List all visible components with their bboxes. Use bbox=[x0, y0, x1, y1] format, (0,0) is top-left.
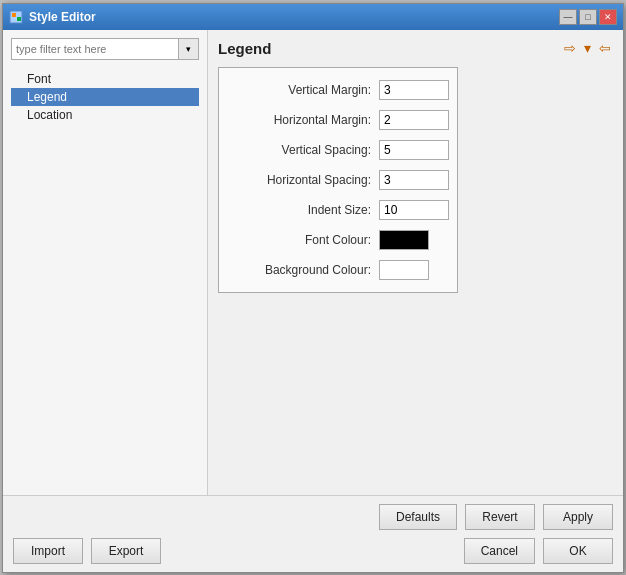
tree-item-location[interactable]: Location bbox=[11, 106, 199, 124]
content-area: ▾ Font Legend Location Legend ⇨ ▾ ⇦ Vert… bbox=[3, 30, 623, 495]
svg-rect-2 bbox=[17, 17, 21, 21]
nav-back-button[interactable]: ⇦ bbox=[597, 40, 613, 56]
close-button[interactable]: ✕ bbox=[599, 9, 617, 25]
input-vertical-spacing[interactable] bbox=[379, 140, 449, 160]
title-buttons: — □ ✕ bbox=[559, 9, 617, 25]
panel-nav: ⇨ ▾ ⇦ bbox=[562, 40, 613, 56]
prop-row-indent-size: Indent Size: bbox=[231, 200, 445, 220]
input-vertical-margin[interactable] bbox=[379, 80, 449, 100]
right-panel: Legend ⇨ ▾ ⇦ Vertical Margin: Horizontal… bbox=[208, 30, 623, 495]
filter-input[interactable] bbox=[11, 38, 179, 60]
left-panel: ▾ Font Legend Location bbox=[3, 30, 208, 495]
input-horizontal-spacing[interactable] bbox=[379, 170, 449, 190]
label-horizontal-margin: Horizontal Margin: bbox=[231, 113, 371, 127]
footer-right: Cancel OK bbox=[464, 538, 613, 564]
prop-row-horizontal-margin: Horizontal Margin: bbox=[231, 110, 445, 130]
filter-row: ▾ bbox=[11, 38, 199, 60]
tree-item-legend[interactable]: Legend bbox=[11, 88, 199, 106]
style-icon bbox=[9, 10, 23, 24]
label-background-colour: Background Colour: bbox=[231, 263, 371, 277]
footer-left: Import Export bbox=[13, 538, 161, 564]
cancel-button[interactable]: Cancel bbox=[464, 538, 535, 564]
svg-rect-1 bbox=[12, 13, 16, 17]
background-colour-swatch[interactable] bbox=[379, 260, 429, 280]
title-bar: Style Editor — □ ✕ bbox=[3, 4, 623, 30]
defaults-button[interactable]: Defaults bbox=[379, 504, 457, 530]
label-font-colour: Font Colour: bbox=[231, 233, 371, 247]
footer-area: Defaults Revert Apply Import Export Canc… bbox=[3, 495, 623, 572]
input-indent-size[interactable] bbox=[379, 200, 449, 220]
minimize-button[interactable]: — bbox=[559, 9, 577, 25]
footer-row-1: Defaults Revert Apply bbox=[13, 504, 613, 530]
label-vertical-spacing: Vertical Spacing: bbox=[231, 143, 371, 157]
title-bar-left: Style Editor bbox=[9, 10, 96, 24]
prop-row-vertical-margin: Vertical Margin: bbox=[231, 80, 445, 100]
font-colour-swatch[interactable] bbox=[379, 230, 429, 250]
nav-forward-button[interactable]: ⇨ bbox=[562, 40, 578, 56]
panel-title: Legend bbox=[218, 40, 271, 57]
style-editor-window: Style Editor — □ ✕ ▾ Font Legend Locatio… bbox=[2, 3, 624, 573]
panel-header: Legend ⇨ ▾ ⇦ bbox=[218, 40, 613, 57]
input-horizontal-margin[interactable] bbox=[379, 110, 449, 130]
nav-dropdown-button[interactable]: ▾ bbox=[582, 40, 593, 56]
filter-dropdown-button[interactable]: ▾ bbox=[179, 38, 199, 60]
prop-row-font-colour: Font Colour: bbox=[231, 230, 445, 250]
properties-box: Vertical Margin: Horizontal Margin: Vert… bbox=[218, 67, 458, 293]
export-button[interactable]: Export bbox=[91, 538, 161, 564]
apply-button[interactable]: Apply bbox=[543, 504, 613, 530]
revert-button[interactable]: Revert bbox=[465, 504, 535, 530]
prop-row-background-colour: Background Colour: bbox=[231, 260, 445, 280]
window-title: Style Editor bbox=[29, 10, 96, 24]
label-horizontal-spacing: Horizontal Spacing: bbox=[231, 173, 371, 187]
prop-row-horizontal-spacing: Horizontal Spacing: bbox=[231, 170, 445, 190]
tree-item-font[interactable]: Font bbox=[11, 70, 199, 88]
import-button[interactable]: Import bbox=[13, 538, 83, 564]
footer-row-2: Import Export Cancel OK bbox=[13, 538, 613, 564]
ok-button[interactable]: OK bbox=[543, 538, 613, 564]
label-indent-size: Indent Size: bbox=[231, 203, 371, 217]
prop-row-vertical-spacing: Vertical Spacing: bbox=[231, 140, 445, 160]
label-vertical-margin: Vertical Margin: bbox=[231, 83, 371, 97]
maximize-button[interactable]: □ bbox=[579, 9, 597, 25]
